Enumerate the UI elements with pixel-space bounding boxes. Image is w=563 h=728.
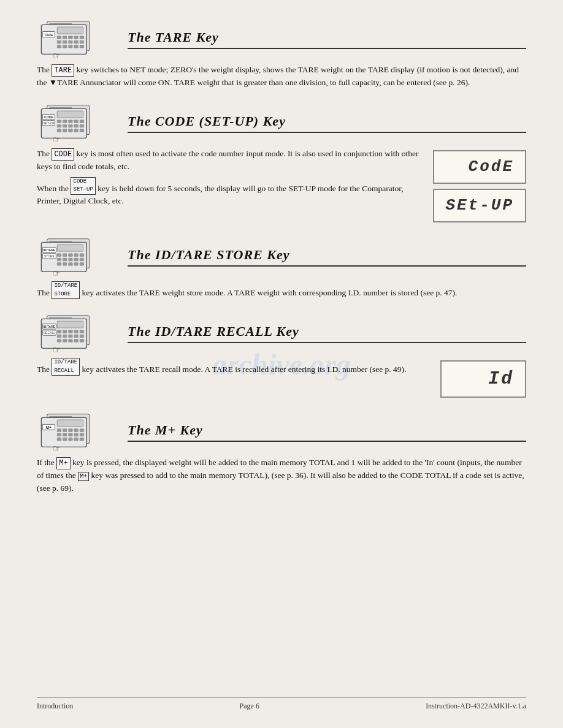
idtare-recall-header: ID/TARE RECALL (37, 313, 526, 354)
svg-rect-58 (57, 258, 61, 261)
idtare-recall-body: The ID/TARERECALL key activates the TARE… (37, 358, 526, 398)
svg-rect-106 (69, 433, 72, 436)
svg-rect-109 (63, 438, 66, 441)
svg-rect-65 (74, 263, 78, 266)
svg-text:M+: M+ (46, 425, 52, 430)
code-displays: CodE SEt-UP (433, 150, 526, 222)
svg-rect-83 (63, 335, 66, 338)
svg-rect-9 (74, 36, 78, 39)
svg-rect-108 (57, 438, 61, 441)
svg-rect-99 (57, 420, 83, 427)
svg-rect-8 (69, 36, 72, 39)
svg-rect-11 (63, 40, 66, 44)
svg-rect-103 (74, 429, 78, 432)
idtare-recall-section: ID/TARE RECALL (37, 313, 526, 398)
svg-text:ID/TARE: ID/TARE (43, 248, 55, 252)
svg-rect-68 (80, 263, 83, 266)
svg-rect-38 (57, 129, 61, 132)
svg-rect-40 (69, 129, 72, 132)
svg-rect-41 (74, 129, 78, 132)
svg-rect-43 (80, 124, 83, 127)
code-setup-key-inline: CODESET-UP (71, 177, 95, 195)
svg-text:☞: ☞ (53, 268, 61, 276)
footer-center: Page 6 (240, 702, 259, 711)
svg-rect-7 (63, 36, 66, 39)
svg-rect-6 (57, 36, 61, 39)
svg-rect-67 (80, 258, 83, 261)
svg-rect-84 (69, 335, 72, 338)
svg-rect-63 (63, 263, 66, 266)
svg-rect-82 (57, 335, 61, 338)
svg-rect-88 (69, 339, 72, 343)
svg-rect-16 (69, 45, 72, 48)
mplus-key-inline: M+ (56, 457, 70, 469)
svg-rect-37 (74, 124, 78, 127)
tare-body: The TARE key switches to NET mode; ZERO'… (37, 64, 526, 89)
footer-right: Instruction-AD-4322AMKII-v.1.a (426, 702, 526, 711)
svg-rect-102 (69, 429, 72, 432)
code-display-1: CodE (433, 150, 526, 184)
svg-rect-105 (63, 433, 66, 436)
svg-rect-39 (63, 129, 66, 132)
svg-rect-104 (57, 433, 61, 436)
svg-rect-89 (74, 339, 78, 343)
svg-rect-110 (69, 438, 72, 441)
mplus-title: The M+ Key (128, 422, 526, 442)
tare-header: TARE (37, 18, 526, 60)
svg-rect-29 (57, 111, 83, 118)
svg-rect-80 (69, 330, 72, 333)
svg-text:RECALL: RECALL (43, 332, 55, 335)
svg-rect-15 (63, 45, 66, 48)
svg-rect-57 (74, 254, 78, 257)
svg-rect-17 (74, 45, 78, 48)
idtare-recall-title: The ID/TARE RECALL Key (128, 324, 526, 343)
mplus-body: If the M+ key is pressed, the displayed … (37, 457, 526, 495)
svg-text:ID/TARE: ID/TARE (43, 325, 55, 328)
idtare-recall-displays: Id (440, 360, 526, 398)
code-text: The CODE key is most often used to activ… (37, 148, 423, 211)
svg-rect-85 (74, 335, 78, 338)
code-para-2: When the CODESET-UP key is held down for… (37, 177, 423, 207)
idtare-store-device-image: ID/TARE STORE (37, 236, 117, 278)
code-key-inline: CODE (52, 148, 74, 161)
tare-para-1: The TARE key switches to NET mode; ZERO'… (37, 64, 526, 89)
svg-rect-33 (74, 120, 78, 123)
svg-rect-10 (57, 40, 61, 44)
idtare-recall-display-1: Id (440, 360, 526, 398)
svg-rect-79 (63, 330, 66, 333)
svg-rect-34 (57, 124, 61, 127)
svg-rect-87 (63, 339, 66, 343)
idtare-store-section: ID/TARE STORE (37, 236, 526, 299)
idtare-store-body: The ID/TARESTORE key activates the TARE … (37, 281, 526, 299)
idtare-recall-para-1: The ID/TARERECALL key activates the TARE… (37, 358, 431, 376)
idtare-store-para-1: The ID/TARESTORE key activates the TARE … (37, 281, 526, 299)
svg-text:STORE: STORE (44, 255, 55, 259)
svg-rect-77 (57, 321, 83, 328)
mplus-header: M+ (37, 411, 526, 453)
svg-rect-60 (69, 258, 72, 261)
svg-rect-12 (69, 40, 72, 44)
code-two-col: The CODE key is most often used to activ… (37, 148, 526, 222)
svg-rect-18 (80, 36, 83, 39)
idtare-store-title: The ID/TARE STORE Key (128, 247, 526, 267)
svg-rect-64 (69, 263, 72, 266)
idtare-store-header: ID/TARE STORE (37, 236, 526, 278)
tare-key-inline: TARE (52, 64, 74, 77)
svg-rect-59 (63, 258, 66, 261)
mplus-device-image: M+ (37, 411, 117, 453)
code-device-image: CODE SET-UP (37, 102, 117, 144)
svg-rect-32 (69, 120, 72, 123)
svg-rect-112 (80, 429, 83, 432)
svg-rect-91 (80, 335, 83, 338)
svg-text:☞: ☞ (53, 444, 61, 451)
tare-section: TARE (37, 18, 526, 89)
svg-rect-19 (80, 40, 83, 44)
footer: Introduction Page 6 Instruction-AD-4322A… (37, 697, 526, 711)
code-para-1: The CODE key is most often used to activ… (37, 148, 423, 173)
svg-rect-35 (63, 124, 66, 127)
idtare-recall-key-inline: ID/TARERECALL (52, 358, 80, 376)
mplus-section: M+ (37, 411, 526, 495)
svg-rect-92 (80, 339, 83, 343)
idtare-store-key-inline: ID/TARESTORE (52, 281, 80, 299)
svg-rect-56 (69, 254, 72, 257)
